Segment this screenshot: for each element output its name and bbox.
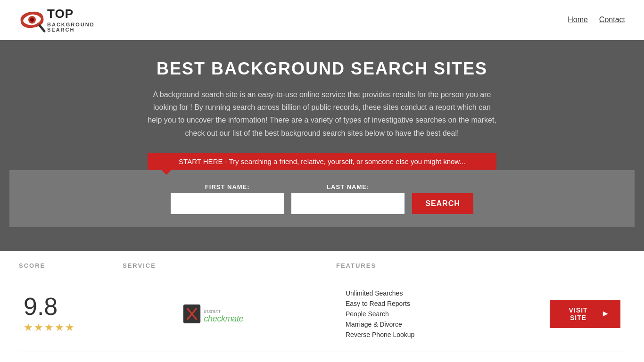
- star-3: ★: [44, 321, 54, 334]
- last-name-group: LAST NAME:: [291, 183, 405, 214]
- main-nav: Home Contact: [568, 16, 625, 24]
- logo: TOP BACKGROUNDSEARCH: [19, 6, 95, 34]
- features-column-1: Unlimited Searches Easy to Read Reports …: [336, 289, 550, 338]
- table-row: 9.4 ★ ★ ★ ★ ★ People Looker Accurate and…: [19, 352, 625, 362]
- nav-contact[interactable]: Contact: [599, 16, 625, 24]
- logo-top-text: TOP: [47, 8, 95, 20]
- visit-site-button-1[interactable]: VISIT SITE ►: [550, 300, 620, 328]
- nav-home[interactable]: Home: [568, 16, 588, 24]
- first-name-label: FIRST NAME:: [171, 183, 284, 190]
- checkmate-svg: instant checkmate: [182, 300, 277, 328]
- arrow-icon-1: ►: [601, 309, 610, 319]
- first-name-input[interactable]: [171, 193, 284, 214]
- svg-line-4: [40, 25, 44, 31]
- last-name-label: LAST NAME:: [291, 183, 405, 190]
- score-column-1: 9.8 ★ ★ ★ ★ ★: [19, 294, 123, 334]
- feature-1-0: Unlimited Searches: [346, 289, 550, 297]
- results-section: SCORE SERVICE FEATURES 9.8 ★ ★ ★ ★ ★: [0, 255, 644, 362]
- star-2: ★: [34, 321, 43, 334]
- score-value-1: 9.8: [24, 294, 58, 319]
- service-column-1: instant checkmate: [123, 300, 336, 328]
- star-1: ★: [24, 321, 33, 334]
- hero-description: A background search site is an easy-to-u…: [145, 88, 499, 140]
- svg-point-3: [30, 18, 34, 22]
- visit-site-label-1: VISIT SITE: [560, 306, 596, 321]
- feature-1-1: Easy to Read Reports: [346, 300, 550, 307]
- col-score: SCORE: [19, 262, 123, 269]
- table-header: SCORE SERVICE FEATURES: [19, 255, 625, 276]
- search-callout: START HERE - Try searching a friend, rel…: [148, 153, 496, 170]
- feature-1-4: Reverse Phone Lookup: [346, 331, 550, 338]
- search-button[interactable]: SEARCH: [412, 193, 473, 214]
- star-4: ★: [55, 321, 64, 334]
- col-action: [550, 262, 625, 269]
- svg-text:instant: instant: [204, 308, 220, 314]
- col-service: SERVICE: [123, 262, 336, 269]
- stars-1: ★ ★ ★ ★ ★: [24, 321, 74, 334]
- star-5: ★: [65, 321, 74, 334]
- logo-sub-text: BACKGROUNDSEARCH: [47, 21, 95, 33]
- feature-1-3: Marriage & Divorce: [346, 321, 550, 328]
- search-form-area: FIRST NAME: LAST NAME: SEARCH: [9, 170, 635, 227]
- search-form: FIRST NAME: LAST NAME: SEARCH: [19, 183, 625, 214]
- svg-text:checkmate: checkmate: [204, 314, 243, 323]
- col-features: FEATURES: [336, 262, 550, 269]
- table-row: 9.8 ★ ★ ★ ★ ★ inst: [19, 276, 625, 352]
- page-title: BEST BACKGROUND SEARCH SITES: [9, 59, 635, 79]
- feature-1-2: People Search: [346, 310, 550, 318]
- service-logo-1: instant checkmate: [182, 300, 277, 328]
- site-header: TOP BACKGROUNDSEARCH Home Contact: [0, 0, 644, 40]
- first-name-group: FIRST NAME:: [171, 183, 284, 214]
- logo-icon: [19, 6, 47, 34]
- visit-column-1: VISIT SITE ►: [550, 300, 625, 328]
- logo-text: TOP BACKGROUNDSEARCH: [47, 8, 95, 33]
- hero-section: BEST BACKGROUND SEARCH SITES A backgroun…: [0, 40, 644, 251]
- last-name-input[interactable]: [291, 193, 405, 214]
